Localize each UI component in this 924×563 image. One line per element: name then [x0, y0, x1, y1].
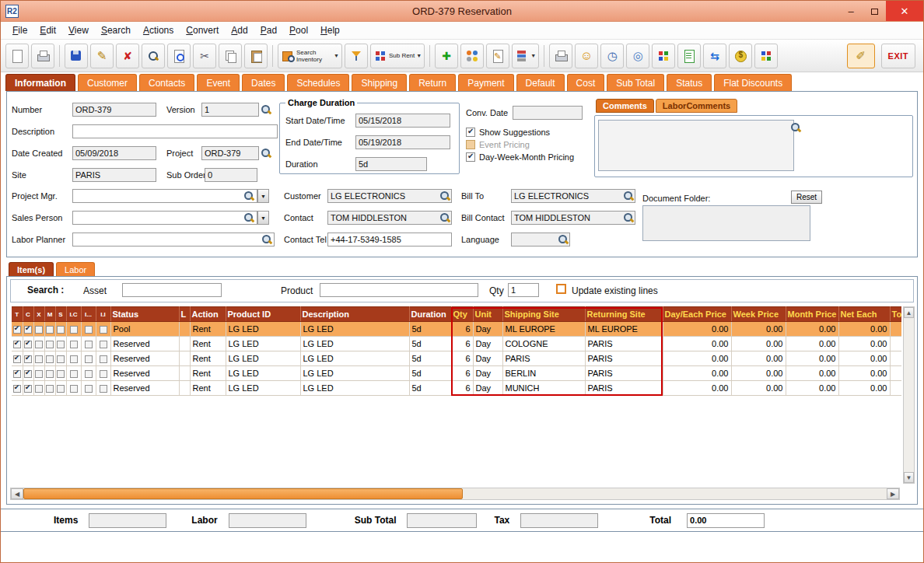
unchecked-checkbox-icon[interactable]: [100, 355, 107, 363]
column-header-l[interactable]: L: [179, 307, 190, 322]
row-check-cell[interactable]: [23, 322, 33, 337]
checked-checkbox-icon[interactable]: [13, 326, 21, 334]
qty-input[interactable]: [508, 283, 539, 297]
colored-squares-button[interactable]: [754, 44, 778, 68]
edit-button[interactable]: ✎: [90, 44, 114, 68]
clock-button[interactable]: ◷: [600, 44, 624, 68]
column-header-day-each-price[interactable]: Day/Each Price: [663, 307, 731, 322]
cd-button[interactable]: ◎: [626, 44, 649, 68]
row-check-cell[interactable]: [12, 337, 23, 351]
unchecked-checkbox-icon[interactable]: [57, 341, 65, 348]
tab-labor[interactable]: Labor: [56, 262, 95, 276]
column-header-duration[interactable]: Duration: [409, 307, 451, 322]
column-header-m[interactable]: M: [44, 307, 55, 322]
maximize-button[interactable]: [863, 1, 886, 21]
unchecked-checkbox-icon[interactable]: [70, 341, 78, 348]
tab-contacts[interactable]: Contacts: [139, 74, 194, 91]
row-check-cell[interactable]: [66, 366, 81, 381]
bill-to-search-icon[interactable]: [622, 190, 635, 203]
checked-checkbox-icon[interactable]: [13, 370, 21, 378]
sync-button[interactable]: ⇆: [703, 44, 726, 68]
unchecked-checkbox-icon[interactable]: [46, 385, 54, 393]
add-line-button[interactable]: ✚: [435, 44, 458, 68]
search-inventory-button[interactable]: Search Inventory▼: [278, 44, 342, 68]
sales-person-dropdown-icon[interactable]: ▼: [257, 211, 269, 225]
column-header-tot-[interactable]: Tot...: [890, 307, 901, 322]
column-header-c[interactable]: C: [23, 307, 33, 322]
unchecked-checkbox-icon[interactable]: [35, 385, 43, 393]
sales-person-search-icon[interactable]: [243, 212, 256, 225]
labor-planner-field[interactable]: [72, 233, 275, 247]
print-setup-button[interactable]: [549, 44, 572, 68]
row-check-cell[interactable]: [66, 337, 81, 351]
sub-orders-field[interactable]: [205, 168, 257, 182]
close-button[interactable]: ✕: [886, 1, 923, 21]
unchecked-checkbox-icon[interactable]: [35, 326, 43, 334]
column-header-status[interactable]: Status: [110, 307, 179, 322]
tab-dates[interactable]: Dates: [242, 74, 285, 91]
row-check-cell[interactable]: [44, 337, 55, 351]
unchecked-checkbox-icon[interactable]: [46, 355, 54, 363]
checked-checkbox-icon[interactable]: [13, 355, 21, 363]
tab-items[interactable]: Item(s): [9, 262, 54, 276]
copy-button[interactable]: [219, 44, 242, 68]
checkbox-show-suggestions[interactable]: Show Suggestions: [466, 128, 574, 137]
reset-button[interactable]: Reset: [791, 191, 822, 204]
bill-contact-field[interactable]: [511, 211, 635, 225]
number-field[interactable]: [72, 103, 156, 117]
unchecked-checkbox-icon[interactable]: [70, 385, 78, 393]
row-check-cell[interactable]: [96, 351, 110, 366]
conv-date-field[interactable]: [513, 106, 583, 120]
tab-flat-discounts[interactable]: Flat Discounts: [714, 74, 792, 91]
unchecked-checkbox-icon[interactable]: [70, 326, 78, 334]
checked-checkbox-icon[interactable]: [24, 341, 32, 348]
row-check-cell[interactable]: [23, 351, 33, 366]
unchecked-checkbox-icon[interactable]: [100, 341, 107, 348]
row-check-cell[interactable]: [55, 322, 66, 337]
row-check-cell[interactable]: [33, 337, 44, 351]
version-field[interactable]: [201, 103, 259, 117]
tab-return[interactable]: Return: [409, 74, 456, 91]
row-check-cell[interactable]: [55, 366, 66, 381]
language-search-icon[interactable]: [557, 233, 570, 247]
unchecked-checkbox-icon[interactable]: [85, 370, 93, 378]
unchecked-checkbox-icon[interactable]: [57, 326, 65, 334]
tab-laborcomments[interactable]: LaborComments: [656, 99, 737, 113]
unchecked-checkbox-icon[interactable]: [35, 370, 43, 378]
scroll-left-icon[interactable]: ◀: [11, 488, 23, 499]
unchecked-checkbox-icon[interactable]: [100, 326, 107, 334]
menu-edit[interactable]: Edit: [34, 23, 61, 37]
labor-total-field[interactable]: [229, 513, 306, 528]
row-check-cell[interactable]: [66, 381, 81, 396]
row-check-cell[interactable]: [23, 381, 33, 396]
unchecked-checkbox-icon[interactable]: [70, 370, 78, 378]
asset-input[interactable]: [122, 283, 222, 297]
notes-button[interactable]: [677, 44, 701, 68]
customer-search-icon[interactable]: [439, 190, 452, 203]
column-header-i-c[interactable]: I.C: [66, 307, 81, 322]
tab-information[interactable]: Information: [5, 74, 75, 91]
tab-payment[interactable]: Payment: [458, 74, 513, 91]
column-header-shipping-site[interactable]: Shipping Site: [502, 307, 585, 322]
project-mgr-search-icon[interactable]: [243, 190, 256, 203]
horizontal-scrollbar[interactable]: ◀ ▶: [10, 488, 900, 500]
column-header-unit[interactable]: Unit: [473, 307, 502, 322]
comments-textarea[interactable]: [598, 120, 794, 171]
tab-sub-total[interactable]: Sub Total: [607, 74, 664, 91]
row-check-cell[interactable]: [96, 366, 110, 381]
bill-to-field[interactable]: [511, 189, 635, 203]
checked-checkbox-icon[interactable]: [24, 355, 32, 363]
row-check-cell[interactable]: [96, 337, 110, 351]
checkbox-day-week-month-pricing[interactable]: Day-Week-Month Pricing: [466, 152, 574, 162]
bill-contact-search-icon[interactable]: [622, 212, 635, 225]
unchecked-checkbox-icon[interactable]: [35, 341, 43, 348]
print-button[interactable]: [31, 44, 54, 68]
row-check-cell[interactable]: [55, 351, 66, 366]
cards-button[interactable]: ▼: [512, 44, 539, 68]
unchecked-checkbox-icon[interactable]: [85, 385, 93, 393]
column-header-returning-site[interactable]: Returning Site: [585, 307, 663, 322]
row-check-cell[interactable]: [55, 381, 66, 396]
duration-field[interactable]: [355, 157, 427, 171]
new-document-button[interactable]: [5, 44, 29, 68]
document-folder-box[interactable]: [642, 205, 810, 241]
